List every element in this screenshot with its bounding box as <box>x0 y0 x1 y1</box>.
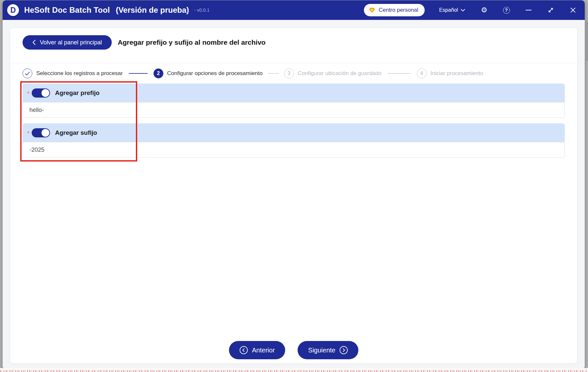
step-2-label: Configurar opciones de procesamiento <box>167 70 263 77</box>
chevron-down-icon <box>461 8 465 12</box>
settings-gear-icon[interactable]: ⚙ <box>480 6 488 14</box>
suffix-required-marker: * <box>27 129 29 136</box>
app-subtitle: (Versión de prueba) <box>116 6 189 15</box>
titlebar-icons: ⚙ ? <box>480 6 577 14</box>
step-indicator: Seleccione los registros a procesar 2 Co… <box>10 63 577 84</box>
previous-button-label: Anterior <box>252 347 275 354</box>
background-window-sliver <box>585 22 588 61</box>
step-connector-1 <box>129 73 148 74</box>
language-selector[interactable]: Español <box>439 7 465 13</box>
personal-center-label: Centro personal <box>379 7 418 13</box>
prefix-label: Agregar prefijo <box>55 89 99 97</box>
wizard-navigation: Anterior Siguiente <box>10 341 577 363</box>
circle-chevron-left-icon <box>239 346 248 354</box>
step-4-number: 4 <box>417 69 427 78</box>
suffix-toggle[interactable] <box>32 128 50 137</box>
step-3-save-location: 3 Configurar ubicación de guardado <box>284 69 382 78</box>
language-label: Español <box>439 7 458 13</box>
app-window: D HeSoft Doc Batch Tool (Versión de prue… <box>3 0 585 369</box>
main-card: Volver al panel principal Agregar prefij… <box>10 28 578 364</box>
step-2-number: 2 <box>154 69 163 78</box>
prefix-toggle[interactable] <box>32 88 50 98</box>
step-1-select-records: Seleccione los registros a procesar <box>23 69 123 78</box>
prefix-required-marker: * <box>27 89 29 97</box>
maximize-icon[interactable] <box>547 6 555 14</box>
suffix-section-header: * Agregar sufijo <box>23 123 565 142</box>
step-2-configure-options: 2 Configurar opciones de procesamiento <box>154 69 263 78</box>
prefix-input[interactable] <box>23 102 565 118</box>
step-3-label: Configurar ubicación de guardado <box>298 70 382 77</box>
background-page-sliver <box>0 368 588 372</box>
background-text-noise <box>0 370 588 372</box>
step-connector-2 <box>268 73 279 74</box>
prefix-section: * Agregar prefijo <box>23 84 565 118</box>
chevron-left-icon <box>32 39 36 45</box>
step-1-check-icon <box>23 69 32 78</box>
minimize-icon[interactable] <box>525 6 532 14</box>
next-button[interactable]: Siguiente <box>298 341 358 359</box>
app-logo: D <box>7 4 19 16</box>
prefix-section-header: * Agregar prefijo <box>23 84 565 102</box>
personal-center-button[interactable]: Centro personal <box>364 4 425 16</box>
step-1-label: Seleccione los registros a procesar <box>36 70 123 77</box>
page-title: Agregar prefijo y sufijo al nombre del a… <box>118 35 266 50</box>
app-version: - v0.0.1 <box>194 8 210 13</box>
card-header: Volver al panel principal Agregar prefij… <box>10 28 577 63</box>
previous-button[interactable]: Anterior <box>229 341 285 359</box>
step-4-start-processing: 4 Iniciar procesamiento <box>417 69 483 78</box>
circle-chevron-right-icon <box>339 346 348 354</box>
vip-gem-icon <box>368 7 376 14</box>
suffix-label: Agregar sufijo <box>55 129 97 136</box>
back-to-main-panel-button[interactable]: Volver al panel principal <box>23 35 112 50</box>
prefix-toggle-knob <box>41 89 49 97</box>
form-sections: * Agregar prefijo * Agregar sufijo <box>10 84 577 163</box>
help-icon[interactable]: ? <box>502 6 510 14</box>
step-3-number: 3 <box>284 69 294 78</box>
titlebar-right-cluster: Centro personal Español ⚙ ? <box>364 4 577 16</box>
titlebar: D HeSoft Doc Batch Tool (Versión de prue… <box>3 0 585 20</box>
app-logo-letter: D <box>10 6 16 15</box>
suffix-section: * Agregar sufijo <box>23 123 565 158</box>
next-button-label: Siguiente <box>308 347 335 354</box>
suffix-input[interactable] <box>23 142 565 158</box>
back-button-label: Volver al panel principal <box>40 39 102 46</box>
step-4-label: Iniciar procesamiento <box>431 70 483 77</box>
step-connector-3 <box>387 73 411 74</box>
app-title: HeSoft Doc Batch Tool <box>24 6 110 15</box>
close-icon[interactable] <box>569 6 577 14</box>
suffix-toggle-knob <box>41 129 49 137</box>
